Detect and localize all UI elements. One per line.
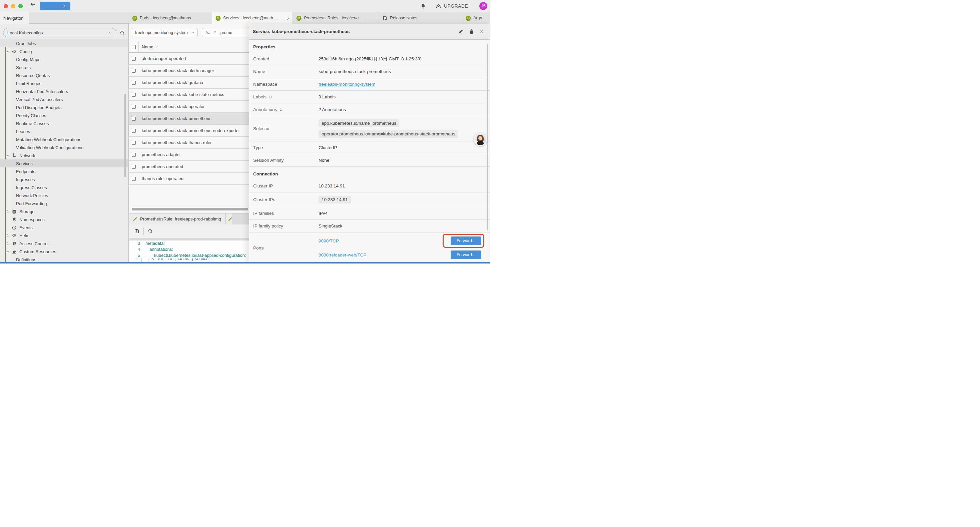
sidebar-item-limit-ranges[interactable]: Limit Ranges [0,80,129,88]
forward-button[interactable]: Forward... [451,250,481,259]
table-row-prometheus-adapter[interactable]: prometheus-adapter [129,149,249,161]
forward-button[interactable]: Forward... [451,236,481,245]
sidebar-item-ingress-classes[interactable]: Ingress Classes [0,183,129,191]
notification-count-badge[interactable]: 15 [479,2,487,10]
chevron-right-icon[interactable] [6,234,11,237]
sidebar-item-storage[interactable]: Storage [0,207,129,215]
select-all-checkbox[interactable] [132,45,136,49]
sidebar-item-port-forwarding[interactable]: Port Forwarding [0,199,129,207]
editor-search-icon[interactable] [148,228,153,234]
regex-toggle[interactable]: .* [213,30,216,35]
editor-tab-partial[interactable] [226,213,232,224]
sidebar-search-icon[interactable] [120,30,125,36]
close-icon[interactable] [480,29,484,34]
port-link[interactable]: 8080:reloader-web/TCP [318,253,366,258]
table-row-kube-prometheus-stack-alertmanager[interactable]: kube-prometheus-stack-alertmanager [129,65,249,77]
sidebar-item-namespaces[interactable]: Namespaces [0,215,129,223]
row-checkbox[interactable] [132,81,136,85]
table-row-kube-prometheus-stack-operator[interactable]: kube-prometheus-stack-operator [129,101,249,113]
pencil-icon [228,217,232,221]
row-checkbox[interactable] [132,177,136,181]
sidebar-item-helm[interactable]: Helm [0,231,129,239]
sidebar-item-services[interactable]: Services [0,159,129,167]
row-checkbox[interactable] [132,93,136,97]
sidebar-item-access-control[interactable]: Access Control [0,239,129,247]
sidebar-item-resource-quotas[interactable]: Resource Quotas [0,72,129,80]
table-row-thanos-ruler-operated[interactable]: thanos-ruler-operated [129,173,249,185]
table-row-prometheus-operated[interactable]: prometheus-operated [129,161,249,173]
table-row-kube-prometheus-stack-prometheus-node-exporter[interactable]: kube-prometheus-stack-prometheus-node-ex… [129,125,249,137]
chevron-down-icon[interactable] [6,250,11,253]
port-link[interactable]: 9090/TCP [318,239,339,244]
row-checkbox[interactable] [132,105,136,109]
sidebar-item-pod-disruption-budgets[interactable]: Pod Disruption Budgets [0,103,129,111]
sidebar-item-mutating-webhook-configurations[interactable]: Mutating Webhook Configurations [0,135,129,143]
tab-prometheus-rules-icecheng[interactable]: Prometheus Rules - icecheng... [293,12,379,24]
sidebar-item-horizontal-pod-autoscalers[interactable]: Horizontal Pod Autoscalers [0,88,129,96]
tab-argo-se[interactable]: Argo Se [462,12,490,24]
minimize-window-button[interactable] [11,4,15,8]
tab-release-notes[interactable]: Release Notes [379,12,462,24]
yaml-editor[interactable]: 3metadata:4annotations:5kubectl.kubernet… [129,240,249,263]
sidebar-item-network-policies[interactable]: Network Policies [0,191,129,199]
namespace-link[interactable]: freeleaps-monitoring-system [318,82,375,87]
sidebar-item-network[interactable]: Network [0,151,129,159]
namespace-selector[interactable]: freeleaps-monitoring-system [132,28,198,37]
notifications-bell-icon[interactable] [420,3,426,9]
delete-trash-icon[interactable] [469,29,474,34]
chevron-right-icon[interactable] [6,242,11,245]
tab-pods-icecheng-mathmas[interactable]: Pods - icecheng@mathmas... [129,12,212,24]
sidebar-item-config-maps[interactable]: Config Maps [0,56,129,64]
row-checkbox[interactable] [132,129,136,133]
sidebar-scrollbar[interactable] [124,94,126,177]
sidebar-item-config[interactable]: Config [0,47,129,56]
sidebar-item-validating-webhook-configurations[interactable]: Validating Webhook Configurations [0,143,129,151]
sidebar-item-priority-classes[interactable]: Priority Classes [0,111,129,119]
sort-toggle-icon[interactable] [279,107,283,112]
close-window-button[interactable] [4,4,8,8]
sidebar-item-events[interactable]: Events [0,223,129,231]
kubeconfig-selector[interactable]: Local Kubeconfigs [3,28,116,37]
match-case-toggle[interactable]: Aa [205,30,210,35]
upgrade-button[interactable]: UPGRADE [436,3,468,9]
sidebar-item-cron-jobs[interactable]: Cron Jobs [0,39,129,47]
table-row-kube-prometheus-stack-prometheus[interactable]: kube-prometheus-stack-prometheus [129,113,249,125]
table-row-kube-prometheus-stack-thanos-ruler[interactable]: kube-prometheus-stack-thanos-ruler [129,137,249,149]
chevron-down-icon[interactable] [6,154,11,157]
edit-pencil-icon[interactable] [458,29,463,34]
chevron-right-icon[interactable] [6,210,11,213]
detail-scrollbar[interactable] [487,44,488,231]
sidebar-item-ingresses[interactable]: Ingresses [0,175,129,183]
maximize-window-button[interactable] [18,4,23,8]
row-checkbox[interactable] [132,141,136,145]
sidebar-item-endpoints[interactable]: Endpoints [0,167,129,175]
horizontal-scrollbar[interactable] [132,208,248,210]
sidebar-item-runtime-classes[interactable]: Runtime Classes [0,119,129,127]
sidebar-item-leases[interactable]: Leases [0,127,129,135]
table-row-alertmanager-operated[interactable]: alertmanager-operated [129,53,249,65]
row-checkbox[interactable] [132,165,136,169]
avatar-face [478,136,482,140]
forward-arrow-icon[interactable] [40,2,70,10]
editor-tab-prometheusrule[interactable]: PrometheusRule: freeleaps-prod-rabbitmq [129,213,226,224]
sidebar-item-vertical-pod-autoscalers[interactable]: Vertical Pod Autoscalers [0,96,129,103]
row-checkbox[interactable] [132,153,136,157]
sort-toggle-icon[interactable] [269,94,272,99]
table-row-kube-prometheus-stack-kube-state-metrics[interactable]: kube-prometheus-stack-kube-state-metrics [129,89,249,101]
sidebar-item-custom-resources[interactable]: Custom Resources [0,247,129,255]
column-header-name[interactable]: Name [139,45,159,49]
back-arrow-icon[interactable] [30,2,35,10]
chevron-down-icon[interactable] [6,50,11,53]
property-value: 10.233.14.91 [318,183,490,188]
row-checkbox[interactable] [132,57,136,61]
table-search-input[interactable]: Aa .* prome [202,28,249,37]
navigator-panel-tab[interactable]: Navigator [0,12,29,24]
tab-services-icecheng-math[interactable]: Services - icecheng@math... [212,12,293,24]
table-row-kube-prometheus-stack-grafana[interactable]: kube-prometheus-stack-grafana [129,77,249,89]
save-icon[interactable] [134,228,139,234]
avatar[interactable] [474,133,487,146]
row-checkbox[interactable] [132,117,136,121]
row-checkbox[interactable] [132,69,136,73]
close-tab-icon[interactable] [286,17,289,20]
sidebar-item-secrets[interactable]: Secrets [0,64,129,72]
